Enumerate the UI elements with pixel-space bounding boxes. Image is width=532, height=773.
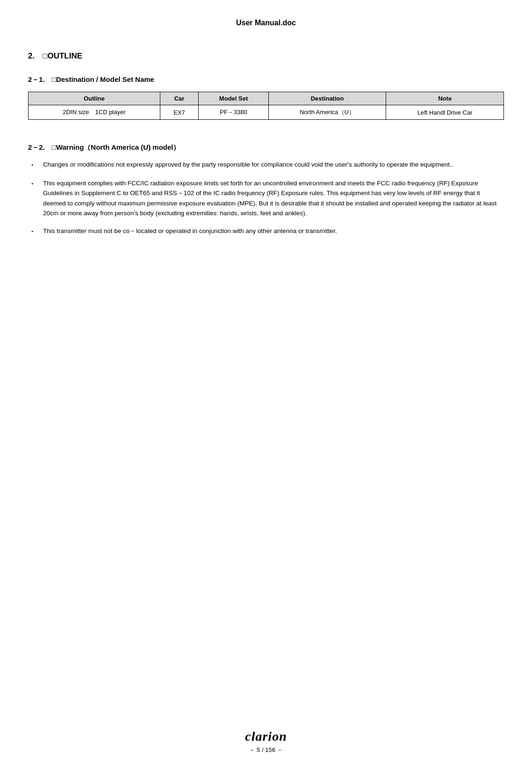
page-number: － 5 / 156 －: [0, 746, 532, 754]
bullet-dot-1: ・: [28, 160, 36, 171]
bullet-text-3: This transmitter must not be co－located …: [43, 226, 504, 236]
section-2-2-label: 2－2. □Warning（North America (U) model）: [28, 143, 180, 152]
brand-logo: clarion: [0, 729, 532, 744]
cell-model-set: PF－3380: [199, 105, 268, 120]
bullet-text-2: This equipment complies with FCC/IC radi…: [43, 178, 504, 219]
col-destination: Destination: [268, 92, 386, 105]
section-2-heading: 2. □OUTLINE: [28, 51, 504, 61]
table-header-row: Outline Car Model Set Destination Note: [29, 92, 504, 105]
cell-destination: North America（U）: [268, 105, 386, 120]
bullet-dot-2: ・: [28, 179, 36, 190]
list-item: ・ This transmitter must not be co－locate…: [28, 226, 504, 237]
col-note: Note: [386, 92, 504, 105]
col-car: Car: [160, 92, 199, 105]
bullet-dot-3: ・: [28, 227, 36, 237]
page-title: User Manual.doc: [28, 19, 504, 27]
cell-car: EX7: [160, 105, 199, 120]
cell-note: Left Handl Drive Car: [386, 105, 504, 120]
warning-list: ・ Changes or modifications not expressly…: [28, 160, 504, 237]
col-outline: Outline: [29, 92, 160, 105]
table-row: 2DIN size 1CD player EX7 PF－3380 North A…: [29, 105, 504, 120]
list-item: ・ This equipment complies with FCC/IC ra…: [28, 178, 504, 219]
section-2-1-heading: 2－1. □Destination / Model Set Name: [28, 75, 504, 84]
section-2-1: 2－1. □Destination / Model Set Name Outli…: [28, 75, 504, 120]
model-table: Outline Car Model Set Destination Note 2…: [28, 92, 504, 120]
section-2-2: 2－2. □Warning（North America (U) model） ・…: [28, 143, 504, 237]
footer: clarion － 5 / 156 －: [0, 729, 532, 754]
cell-outline: 2DIN size 1CD player: [29, 105, 160, 120]
section-2: 2. □OUTLINE: [28, 51, 504, 61]
bullet-text-1: Changes or modifications not expressly a…: [43, 160, 504, 170]
list-item: ・ Changes or modifications not expressly…: [28, 160, 504, 171]
section-2-label: 2. □OUTLINE: [28, 51, 82, 61]
section-2-1-label: 2－1. □Destination / Model Set Name: [28, 75, 154, 84]
section-2-2-heading: 2－2. □Warning（North America (U) model）: [28, 143, 504, 152]
col-model-set: Model Set: [199, 92, 268, 105]
